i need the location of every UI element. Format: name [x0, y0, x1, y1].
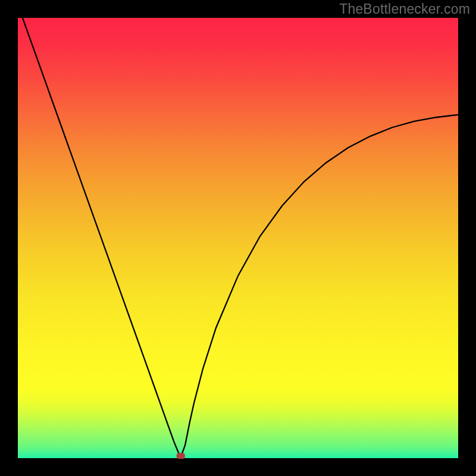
watermark-text: TheBottlenecker.com [339, 1, 470, 17]
bottleneck-curve [18, 5, 458, 456]
optimum-marker [177, 453, 185, 459]
curve-svg [18, 18, 458, 458]
chart-frame: TheBottlenecker.com [0, 0, 476, 476]
plot-area [18, 18, 458, 458]
